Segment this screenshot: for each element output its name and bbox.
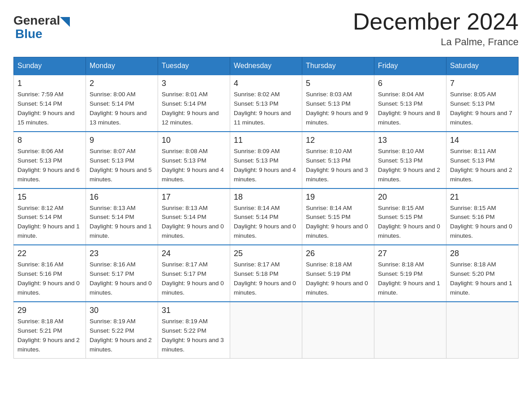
sunrise-label: Sunrise: 8:13 AM bbox=[90, 205, 136, 211]
day-info: Sunrise: 7:59 AM Sunset: 5:14 PM Dayligh… bbox=[17, 90, 82, 128]
sunrise-label: Sunrise: 8:01 AM bbox=[162, 91, 208, 98]
day-info: Sunrise: 8:10 AM Sunset: 5:13 PM Dayligh… bbox=[306, 147, 370, 184]
calendar-day-cell: 29 Sunrise: 8:18 AM Sunset: 5:21 PM Dayl… bbox=[14, 302, 86, 358]
daylight-label: Daylight: 9 hours and 6 minutes. bbox=[17, 167, 80, 183]
day-number: 22 bbox=[17, 249, 82, 258]
day-number: 28 bbox=[450, 249, 515, 258]
weekday-header-row: SundayMondayTuesdayWednesdayThursdayFrid… bbox=[14, 57, 519, 75]
daylight-label: Daylight: 9 hours and 4 minutes. bbox=[162, 167, 224, 183]
calendar-week-row: 22 Sunrise: 8:16 AM Sunset: 5:16 PM Dayl… bbox=[14, 245, 519, 302]
day-number: 30 bbox=[90, 306, 154, 315]
day-number: 23 bbox=[90, 249, 154, 258]
calendar-day-cell: 16 Sunrise: 8:13 AM Sunset: 5:14 PM Dayl… bbox=[86, 188, 158, 245]
sunrise-label: Sunrise: 8:02 AM bbox=[234, 91, 280, 98]
daylight-label: Daylight: 9 hours and 13 minutes. bbox=[90, 110, 147, 126]
logo-blue-text: Blue bbox=[15, 27, 43, 41]
day-number: 25 bbox=[234, 249, 298, 258]
sunrise-label: Sunrise: 8:09 AM bbox=[234, 148, 280, 154]
main-title: December 2024 bbox=[353, 9, 519, 34]
calendar-day-cell bbox=[374, 302, 446, 358]
sunset-label: Sunset: 5:14 PM bbox=[162, 100, 206, 107]
day-info: Sunrise: 8:04 AM Sunset: 5:13 PM Dayligh… bbox=[378, 90, 442, 128]
sunrise-label: Sunrise: 8:17 AM bbox=[234, 261, 280, 268]
page-header: General Blue December 2024 La Palme, Fra… bbox=[13, 9, 519, 48]
day-number: 10 bbox=[162, 136, 226, 145]
sunrise-label: Sunrise: 8:12 AM bbox=[17, 205, 64, 211]
daylight-label: Daylight: 9 hours and 0 minutes. bbox=[306, 280, 368, 296]
sunset-label: Sunset: 5:13 PM bbox=[234, 100, 279, 107]
sunrise-label: Sunrise: 8:03 AM bbox=[306, 91, 352, 98]
sunrise-label: Sunrise: 8:19 AM bbox=[90, 318, 136, 325]
calendar-day-cell: 23 Sunrise: 8:16 AM Sunset: 5:17 PM Dayl… bbox=[86, 245, 158, 302]
calendar-day-cell: 17 Sunrise: 8:13 AM Sunset: 5:14 PM Dayl… bbox=[158, 188, 230, 245]
day-number: 7 bbox=[450, 79, 515, 88]
day-info: Sunrise: 8:15 AM Sunset: 5:16 PM Dayligh… bbox=[450, 204, 515, 241]
sunset-label: Sunset: 5:22 PM bbox=[162, 327, 206, 334]
logo-arrow-icon bbox=[60, 17, 70, 27]
sunrise-label: Sunrise: 8:18 AM bbox=[450, 261, 496, 268]
daylight-label: Daylight: 9 hours and 3 minutes. bbox=[306, 167, 368, 183]
daylight-label: Daylight: 9 hours and 2 minutes. bbox=[450, 167, 512, 183]
day-info: Sunrise: 8:07 AM Sunset: 5:13 PM Dayligh… bbox=[90, 147, 154, 184]
calendar-day-cell: 2 Sunrise: 8:00 AM Sunset: 5:14 PM Dayli… bbox=[86, 75, 158, 132]
day-number: 6 bbox=[378, 79, 442, 88]
calendar-week-row: 15 Sunrise: 8:12 AM Sunset: 5:14 PM Dayl… bbox=[14, 188, 519, 245]
day-info: Sunrise: 8:17 AM Sunset: 5:17 PM Dayligh… bbox=[162, 260, 226, 298]
day-info: Sunrise: 8:18 AM Sunset: 5:21 PM Dayligh… bbox=[17, 317, 82, 355]
daylight-label: Daylight: 9 hours and 1 minute. bbox=[450, 280, 512, 296]
sunset-label: Sunset: 5:13 PM bbox=[234, 157, 279, 164]
sunset-label: Sunset: 5:13 PM bbox=[450, 157, 495, 164]
daylight-label: Daylight: 9 hours and 4 minutes. bbox=[234, 167, 296, 183]
day-info: Sunrise: 8:11 AM Sunset: 5:13 PM Dayligh… bbox=[450, 147, 515, 184]
sunrise-label: Sunrise: 8:10 AM bbox=[306, 148, 352, 154]
day-info: Sunrise: 8:01 AM Sunset: 5:14 PM Dayligh… bbox=[162, 90, 226, 128]
calendar-day-cell bbox=[302, 302, 374, 358]
sunset-label: Sunset: 5:14 PM bbox=[90, 214, 134, 220]
day-number: 19 bbox=[306, 193, 370, 202]
day-number: 8 bbox=[17, 136, 82, 145]
day-number: 13 bbox=[378, 136, 442, 145]
day-info: Sunrise: 8:13 AM Sunset: 5:14 PM Dayligh… bbox=[162, 204, 226, 241]
day-number: 4 bbox=[234, 79, 298, 88]
sunset-label: Sunset: 5:13 PM bbox=[378, 157, 423, 164]
calendar-day-cell: 28 Sunrise: 8:18 AM Sunset: 5:20 PM Dayl… bbox=[446, 245, 519, 302]
sunrise-label: Sunrise: 8:11 AM bbox=[450, 148, 496, 154]
weekday-header-sunday: Sunday bbox=[14, 57, 86, 75]
day-info: Sunrise: 8:00 AM Sunset: 5:14 PM Dayligh… bbox=[90, 90, 154, 128]
day-info: Sunrise: 8:18 AM Sunset: 5:19 PM Dayligh… bbox=[378, 260, 442, 298]
subtitle: La Palme, France bbox=[353, 36, 519, 48]
day-info: Sunrise: 8:12 AM Sunset: 5:14 PM Dayligh… bbox=[17, 204, 82, 241]
calendar-day-cell: 25 Sunrise: 8:17 AM Sunset: 5:18 PM Dayl… bbox=[230, 245, 302, 302]
sunset-label: Sunset: 5:19 PM bbox=[378, 270, 423, 277]
sunrise-label: Sunrise: 8:19 AM bbox=[162, 318, 208, 325]
weekday-header-thursday: Thursday bbox=[302, 57, 374, 75]
sunrise-label: Sunrise: 8:14 AM bbox=[306, 205, 352, 211]
calendar-day-cell: 11 Sunrise: 8:09 AM Sunset: 5:13 PM Dayl… bbox=[230, 132, 302, 188]
sunset-label: Sunset: 5:13 PM bbox=[90, 157, 134, 164]
calendar-day-cell: 4 Sunrise: 8:02 AM Sunset: 5:13 PM Dayli… bbox=[230, 75, 302, 132]
daylight-label: Daylight: 9 hours and 11 minutes. bbox=[234, 110, 291, 126]
calendar-day-cell bbox=[230, 302, 302, 358]
sunrise-label: Sunrise: 7:59 AM bbox=[17, 91, 64, 98]
calendar-day-cell: 30 Sunrise: 8:19 AM Sunset: 5:22 PM Dayl… bbox=[86, 302, 158, 358]
daylight-label: Daylight: 9 hours and 8 minutes. bbox=[378, 110, 440, 126]
day-info: Sunrise: 8:19 AM Sunset: 5:22 PM Dayligh… bbox=[90, 317, 154, 355]
calendar-day-cell: 26 Sunrise: 8:18 AM Sunset: 5:19 PM Dayl… bbox=[302, 245, 374, 302]
calendar-day-cell: 24 Sunrise: 8:17 AM Sunset: 5:17 PM Dayl… bbox=[158, 245, 230, 302]
sunrise-label: Sunrise: 8:18 AM bbox=[378, 261, 424, 268]
daylight-label: Daylight: 9 hours and 2 minutes. bbox=[17, 337, 80, 353]
sunrise-label: Sunrise: 8:15 AM bbox=[378, 205, 424, 211]
sunrise-label: Sunrise: 8:16 AM bbox=[90, 261, 136, 268]
sunrise-label: Sunrise: 8:07 AM bbox=[90, 148, 136, 154]
day-info: Sunrise: 8:15 AM Sunset: 5:15 PM Dayligh… bbox=[378, 204, 442, 241]
calendar-day-cell: 6 Sunrise: 8:04 AM Sunset: 5:13 PM Dayli… bbox=[374, 75, 446, 132]
weekday-header-wednesday: Wednesday bbox=[230, 57, 302, 75]
daylight-label: Daylight: 9 hours and 0 minutes. bbox=[306, 223, 368, 239]
day-number: 29 bbox=[17, 306, 82, 315]
sunrise-label: Sunrise: 8:18 AM bbox=[17, 318, 64, 325]
day-info: Sunrise: 8:18 AM Sunset: 5:20 PM Dayligh… bbox=[450, 260, 515, 298]
daylight-label: Daylight: 9 hours and 9 minutes. bbox=[306, 110, 368, 126]
day-info: Sunrise: 8:19 AM Sunset: 5:22 PM Dayligh… bbox=[162, 317, 226, 355]
calendar-day-cell: 7 Sunrise: 8:05 AM Sunset: 5:13 PM Dayli… bbox=[446, 75, 519, 132]
day-info: Sunrise: 8:08 AM Sunset: 5:13 PM Dayligh… bbox=[162, 147, 226, 184]
